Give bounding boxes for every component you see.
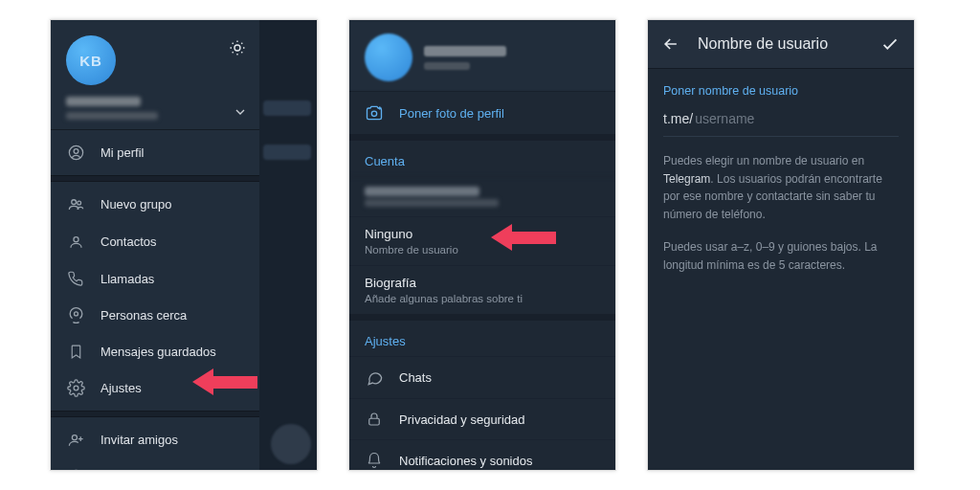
menu-item-contacts[interactable]: Contactos [51,223,259,260]
menu-item-help[interactable]: Aprende sobre Telegram [51,458,259,471]
avatar[interactable]: KB [66,35,116,85]
section-header-account: Cuenta [349,134,615,176]
lock-icon [365,411,384,428]
svg-point-0 [234,45,240,51]
section-header-settings: Ajustes [349,314,615,356]
svg-point-4 [77,201,80,205]
svg-point-3 [71,200,76,205]
drawer-header: KB [51,20,259,129]
svg-rect-11 [369,418,380,425]
menu-item-saved[interactable]: Mensajes guardados [51,334,259,369]
drawer-panel: KB Mi perfil [50,19,318,471]
theme-toggle-icon[interactable] [229,39,246,56]
row-label: Chats [399,370,432,385]
chevron-down-icon[interactable] [233,104,248,120]
settings-panel: Poner foto de perfil Cuenta Ninguno Nomb… [348,19,616,471]
account-name-blurred [66,97,141,106]
set-photo-label: Poner foto de perfil [399,106,504,121]
back-arrow-icon[interactable] [661,34,680,54]
menu-label: Invitar amigos [100,433,178,447]
gear-icon [66,379,85,397]
username-row[interactable]: Ninguno Nombre de usuario [349,216,615,265]
add-user-icon [66,431,85,449]
svg-point-10 [371,111,376,116]
settings-row-notifications[interactable]: Notificaciones y sonidos [349,439,615,471]
bio-sublabel: Añade algunas palabras sobre ti [365,293,600,304]
row-label: Notificaciones y sonidos [399,454,532,468]
svg-point-8 [72,435,77,440]
menu-item-new-group[interactable]: Nuevo grupo [51,186,259,223]
url-prefix: t.me/ [663,111,693,126]
input-placeholder: username [695,111,754,126]
compose-fab[interactable] [271,424,311,464]
menu-label: Aprende sobre Telegram [100,470,236,471]
username-input[interactable]: t.me/ username [663,111,899,137]
description-primary: Puedes elegir un nombre de usuario en Te… [663,152,899,223]
svg-point-7 [74,386,78,390]
svg-point-5 [73,237,78,242]
menu-label: Personas cerca [100,308,187,323]
pointer-arrow [192,368,257,395]
page-title: Nombre de usuario [698,35,862,53]
menu-label: Mensajes guardados [100,345,216,359]
svg-point-6 [74,312,78,316]
menu-label: Ajustes [100,381,142,395]
row-label: Privacidad y seguridad [399,412,525,427]
description-secondary: Puedes usar a–z, 0–9 y guiones bajos. La… [663,238,899,274]
user-circle-icon [66,144,85,162]
svg-point-2 [74,149,78,154]
phone-icon [66,270,85,287]
menu-item-profile[interactable]: Mi perfil [51,134,259,171]
settings-row-chats[interactable]: Chats [349,356,615,398]
contact-icon [66,233,85,251]
navigation-drawer: KB Mi perfil [51,20,259,470]
chat-bubble-icon [365,368,384,387]
profile-header-blurred [349,20,615,91]
svg-point-1 [69,145,82,159]
avatar[interactable] [365,33,412,81]
svg-point-9 [69,470,82,471]
menu-label: Nuevo grupo [100,197,171,212]
username-value: Ninguno [365,227,600,241]
menu-item-nearby[interactable]: Personas cerca [51,297,259,334]
nearby-icon [66,306,85,324]
field-label: Poner nombre de usuario [663,84,899,98]
bell-icon [365,452,384,469]
menu-label: Mi perfil [100,145,145,160]
app-bar: Nombre de usuario [648,20,914,69]
camera-add-icon [365,103,384,122]
menu-label: Llamadas [100,272,154,286]
menu-label: Contactos [100,234,157,249]
pointer-arrow [491,224,556,251]
group-icon [66,195,85,213]
username-sublabel: Nombre de usuario [365,244,600,256]
confirm-check-icon[interactable] [880,33,901,55]
bio-title: Biografía [365,276,600,290]
account-phone-blurred [66,112,158,120]
chat-list-background [257,20,317,470]
menu-item-invite[interactable]: Invitar amigos [51,421,259,458]
set-profile-photo[interactable]: Poner foto de perfil [349,91,615,134]
phone-row-blurred[interactable] [349,176,615,216]
settings-row-privacy[interactable]: Privacidad y seguridad [349,398,615,439]
bookmark-icon [66,344,85,360]
help-icon [66,468,85,471]
menu-item-calls[interactable]: Llamadas [51,260,259,297]
bio-row[interactable]: Biografía Añade algunas palabras sobre t… [349,265,615,314]
username-edit-panel: Nombre de usuario Poner nombre de usuari… [647,19,915,471]
